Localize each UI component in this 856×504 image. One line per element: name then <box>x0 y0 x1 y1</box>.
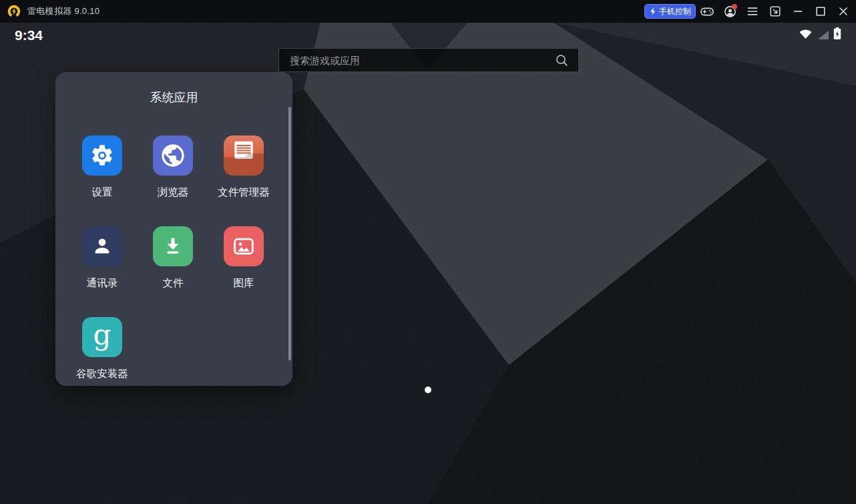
search-input[interactable] <box>279 55 555 66</box>
maximize-icon <box>815 6 826 17</box>
close-icon <box>838 6 849 17</box>
ldplayer-logo-icon <box>7 4 21 19</box>
support-button[interactable] <box>718 0 741 23</box>
window-title: 雷电模拟器 9.0.10 <box>27 5 99 17</box>
folder-document-icon <box>224 136 264 176</box>
app-label: 文件 <box>163 276 184 290</box>
download-icon <box>160 234 186 259</box>
gear-icon <box>89 143 115 168</box>
app-contacts[interactable]: 通讯录 <box>67 226 138 317</box>
titlebar-controls: 手机控制 <box>644 0 855 23</box>
system-apps-folder-panel: 系统应用 设置 浏览器 <box>55 72 292 386</box>
app-gallery[interactable]: 图库 <box>208 226 279 317</box>
minimize-button[interactable] <box>787 0 809 23</box>
menu-button[interactable] <box>741 0 764 23</box>
app-label: 文件管理器 <box>218 186 270 200</box>
app-files[interactable]: 文件 <box>138 226 208 317</box>
close-button[interactable] <box>832 0 855 23</box>
settings-app-icon <box>82 136 122 176</box>
resize-window-icon <box>770 6 781 17</box>
battery-charging-icon <box>833 27 841 40</box>
browser-app-icon <box>153 136 193 176</box>
hamburger-menu-icon <box>747 6 758 17</box>
app-label: 通讯录 <box>87 276 118 290</box>
phone-control-label: 手机控制 <box>659 6 691 17</box>
letter-g-icon: g <box>93 321 112 349</box>
folder-title: 系统应用 <box>55 89 292 105</box>
photo-icon <box>230 233 257 260</box>
gallery-app-icon <box>224 226 264 266</box>
app-label: 浏览器 <box>158 186 189 200</box>
contacts-app-icon <box>82 226 122 266</box>
status-icons <box>798 27 841 40</box>
app-browser[interactable]: 浏览器 <box>138 136 208 226</box>
gamepad-button[interactable] <box>696 0 718 23</box>
resize-window-button[interactable] <box>764 0 787 23</box>
app-file-manager[interactable]: 文件管理器 <box>208 136 279 226</box>
emulator-window: 雷电模拟器 9.0.10 手机控制 <box>0 0 856 504</box>
apps-grid: 设置 浏览器 <box>67 136 279 408</box>
search-bar <box>278 48 579 72</box>
minimize-icon <box>793 6 803 17</box>
phone-control-button[interactable]: 手机控制 <box>644 4 696 19</box>
titlebar: 雷电模拟器 9.0.10 手机控制 <box>0 0 856 23</box>
person-icon <box>90 234 114 258</box>
android-screen: 9:34 系统应用 <box>0 23 856 504</box>
app-google-installer[interactable]: g 谷歌安装器 <box>67 317 138 408</box>
page-indicator-dot <box>425 387 431 393</box>
wifi-icon <box>798 27 813 40</box>
file-manager-app-icon <box>224 136 264 176</box>
cellular-signal-icon <box>817 29 829 40</box>
google-installer-app-icon: g <box>82 317 122 357</box>
bolt-icon <box>649 7 656 15</box>
notification-badge <box>732 4 737 9</box>
search-icon[interactable] <box>555 53 569 67</box>
status-clock: 9:34 <box>15 27 43 43</box>
app-label: 谷歌安装器 <box>76 367 128 381</box>
files-app-icon <box>153 226 193 266</box>
folder-scrollbar[interactable] <box>288 107 291 360</box>
globe-icon <box>160 142 186 169</box>
app-label: 设置 <box>92 186 113 200</box>
app-label: 图库 <box>234 276 254 290</box>
app-settings[interactable]: 设置 <box>67 136 138 226</box>
maximize-button[interactable] <box>809 0 832 23</box>
gamepad-icon <box>700 7 714 17</box>
